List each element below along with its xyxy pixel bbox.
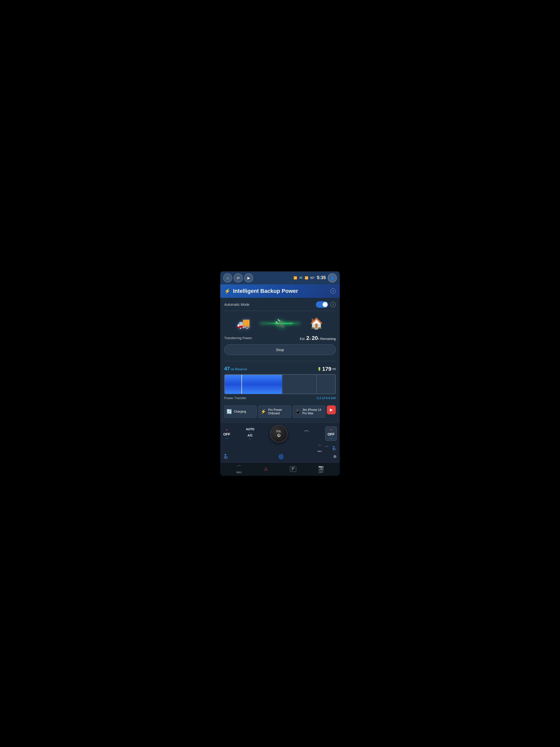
truck-display: 🚚 bbox=[237, 317, 250, 330]
auto-dash: --- bbox=[246, 431, 255, 434]
media-icon: ▶ bbox=[247, 276, 250, 280]
page-header: ⚡ Intelligent Backup Power i bbox=[220, 284, 340, 298]
hours-unit: h bbox=[318, 337, 319, 340]
phone-tile-label: Jim iPhone 14 Pro Max bbox=[302, 408, 323, 415]
charging-icon: 🔄 bbox=[226, 409, 232, 414]
phone-tile[interactable]: 📱 Jim iPhone 14 Pro Max bbox=[293, 405, 325, 418]
remaining-label: Remaining bbox=[320, 337, 336, 341]
bottom-nav: ⌒ MAX ⚠ P 📷 OFF bbox=[220, 462, 340, 476]
controls-area: + OFF — AUTO --- A/C --- VOL ⏻ ⌒ + OFF — bbox=[220, 422, 340, 462]
power-visualization: 🚚 🔌 🏠 bbox=[224, 314, 336, 332]
fan-left-icon[interactable]: 🌀 bbox=[278, 454, 284, 459]
nav-warning[interactable]: ⚠ bbox=[264, 466, 268, 472]
automatic-mode-row: Automatic Mode i bbox=[224, 301, 336, 311]
nav-park-icon: P bbox=[290, 466, 296, 472]
connect-icon: ⇄ bbox=[237, 276, 240, 280]
nav-max-label: MAX bbox=[236, 471, 242, 474]
max-wiper-control[interactable]: ⌒ MAX bbox=[318, 444, 322, 453]
left-plus-icon: + bbox=[226, 428, 228, 432]
max-wiper-icon: ⌒ bbox=[318, 444, 322, 450]
auto-info-icon: i bbox=[333, 303, 334, 306]
bottom-tiles: 🔄 Charging ⚡ Pro Power Onboard 📱 Jim iPh… bbox=[224, 405, 336, 418]
home-button[interactable]: ⌂ bbox=[223, 274, 232, 282]
avatar-button[interactable]: 👤 bbox=[328, 274, 337, 282]
connect-button[interactable]: ⇄ bbox=[234, 274, 243, 282]
nav-park[interactable]: P bbox=[290, 466, 296, 472]
pro-power-icon: ⚡ bbox=[261, 409, 266, 414]
nav-max-wiper[interactable]: ⌒ MAX bbox=[236, 465, 242, 474]
home-icon: ⌂ bbox=[227, 276, 229, 280]
nav-warning-icon: ⚠ bbox=[264, 466, 268, 472]
stop-button[interactable]: Stop bbox=[224, 344, 336, 355]
vent-icon[interactable]: ❄ bbox=[333, 454, 337, 459]
temperature: 60° bbox=[310, 276, 315, 280]
overflow-icon: ▶ bbox=[330, 407, 333, 412]
battery-miles-unit: mi bbox=[332, 367, 336, 371]
automatic-mode-toggle[interactable] bbox=[316, 301, 328, 308]
reserve-label: 47 mi Reserve bbox=[224, 366, 247, 371]
connector-display: 🔌 bbox=[275, 319, 285, 328]
battery-section: 47 mi Reserve 🔋 179 mi bbox=[224, 364, 336, 405]
media-button[interactable]: ▶ bbox=[244, 274, 253, 282]
battery-miles: 🔋 179 mi bbox=[317, 366, 336, 372]
battery-divider bbox=[316, 375, 317, 394]
auto-ac-control[interactable]: AUTO --- A/C --- bbox=[246, 428, 255, 440]
left-temp-control[interactable]: + OFF — bbox=[223, 428, 230, 439]
automatic-mode-label: Automatic Mode bbox=[224, 303, 249, 307]
wifi-icon: 📶 bbox=[293, 276, 297, 280]
seat-left-icon[interactable]: 💺 bbox=[223, 454, 229, 459]
volume-knob[interactable]: VOL ⏻ bbox=[270, 425, 288, 442]
pro-power-label: Pro Power Onboard bbox=[268, 408, 289, 415]
battery-icon: 🔋 bbox=[317, 367, 321, 371]
page-title: Intelligent Backup Power bbox=[233, 288, 298, 294]
transfer-info-row: Transferring Power: Est. 2d 20h Remainin… bbox=[224, 335, 336, 341]
rear-wiper-control[interactable]: ⌒ bbox=[325, 446, 329, 451]
right-off-label: OFF bbox=[327, 432, 335, 436]
main-content: Automatic Mode i 🚚 🔌 🏠 Transferring Powe… bbox=[220, 298, 340, 422]
left-minus-icon: — bbox=[225, 437, 228, 439]
wiper-icon: ⌒ bbox=[303, 429, 310, 438]
seat-heat-control[interactable]: 💺 bbox=[332, 446, 337, 451]
main-screen: ⌂ ⇄ ▶ 📶 4G 📶 60° 5:35 👤 ⚡ Intelligent Ba… bbox=[220, 272, 340, 476]
power-transfer-row: Power Transfer: 0.2 of 9.6 kW bbox=[224, 396, 336, 400]
right-minus-icon: — bbox=[330, 437, 332, 439]
est-days: 2 bbox=[306, 335, 310, 341]
power-icon: ⏻ bbox=[277, 433, 281, 437]
house-display: 🏠 bbox=[310, 317, 323, 330]
status-right: 📶 4G 📶 60° 5:35 👤 bbox=[293, 274, 337, 282]
nav-camera[interactable]: 📷 OFF bbox=[318, 465, 324, 473]
transferring-label: Transferring Power: bbox=[224, 336, 252, 340]
phone-tile-icon: 📱 bbox=[295, 409, 300, 414]
est-label: Est. bbox=[300, 337, 305, 341]
controls-row2: ⌒ MAX ⌒ 💺 bbox=[223, 444, 337, 453]
vol-label: VOL bbox=[276, 430, 282, 433]
nav-camera-label: OFF bbox=[319, 471, 324, 473]
left-off-label: OFF bbox=[223, 432, 230, 436]
battery-terminal bbox=[335, 381, 336, 388]
power-transfer-label: Power Transfer: bbox=[224, 396, 247, 400]
section-divider bbox=[224, 361, 336, 361]
signal-icon: 4G bbox=[299, 276, 302, 279]
reserve-miles: 47 bbox=[224, 366, 230, 371]
right-temp-control[interactable]: + OFF — bbox=[325, 427, 337, 441]
header-info-button[interactable]: i bbox=[330, 288, 336, 294]
pro-power-tile[interactable]: ⚡ Pro Power Onboard bbox=[258, 405, 291, 418]
overflow-tile[interactable]: ▶ bbox=[327, 405, 336, 414]
auto-mode-controls: i bbox=[316, 301, 336, 308]
battery-header: 47 mi Reserve 🔋 179 mi bbox=[224, 366, 336, 372]
status-bar: ⌂ ⇄ ▶ 📶 4G 📶 60° 5:35 👤 bbox=[220, 272, 340, 284]
ac-text: A/C bbox=[246, 434, 255, 437]
battery-miles-value: 179 bbox=[322, 366, 331, 372]
est-hours: 20 bbox=[312, 335, 318, 341]
rear-wiper-icon: ⌒ bbox=[325, 446, 329, 451]
battery-empty bbox=[282, 375, 335, 394]
max-wiper-label: MAX bbox=[318, 450, 322, 453]
charging-label: Charging bbox=[234, 410, 246, 413]
battery-bar bbox=[224, 374, 336, 394]
automatic-mode-info[interactable]: i bbox=[330, 302, 336, 307]
header-title-group: ⚡ Intelligent Backup Power bbox=[224, 288, 298, 294]
charging-tile[interactable]: 🔄 Charging bbox=[224, 405, 257, 418]
nav-buttons: ⌂ ⇄ ▶ bbox=[223, 274, 253, 282]
wiper-control[interactable]: ⌒ bbox=[303, 429, 310, 438]
ac-dash: --- bbox=[246, 437, 255, 440]
